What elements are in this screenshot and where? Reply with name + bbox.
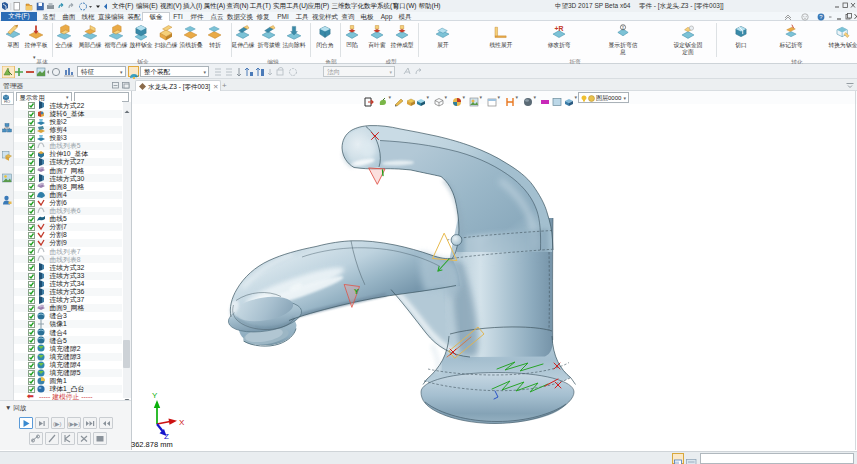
svg-text:(▶▶): (▶▶) <box>68 421 80 427</box>
svg-text:HO: HO <box>4 99 10 103</box>
svg-text:Y: Y <box>621 24 625 30</box>
svg-text:+R: +R <box>555 25 564 32</box>
svg-text:Y: Y <box>354 288 359 295</box>
svg-text:(▶): (▶) <box>53 421 62 427</box>
svg-text:X: X <box>179 418 185 427</box>
svg-text:Y: Y <box>152 391 158 400</box>
